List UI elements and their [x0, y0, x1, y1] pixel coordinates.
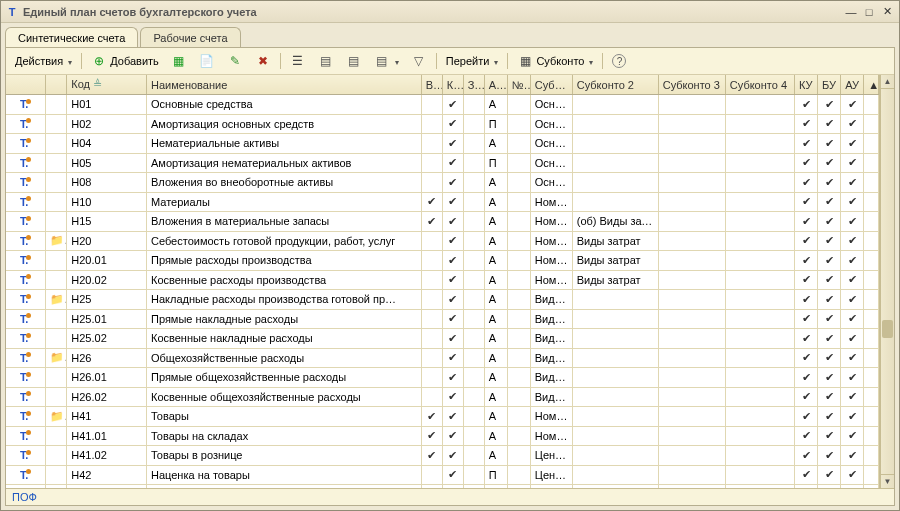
col-z[interactable]: З…	[463, 75, 484, 95]
cell-n	[507, 446, 530, 465]
cell-a: А	[484, 193, 507, 212]
hierarchy-icon: ☰	[290, 53, 306, 69]
cell-sub1: Ном…	[530, 407, 572, 426]
delete-button[interactable]: ✖	[250, 51, 276, 71]
subconto-menu[interactable]: ▦ Субконто	[512, 51, 598, 71]
minimize-button[interactable]: —	[843, 5, 859, 19]
col-sub1[interactable]: Суб…	[530, 75, 572, 95]
col-sub3[interactable]: Субконто 3	[658, 75, 725, 95]
cell-sub2: Виды затрат	[572, 271, 658, 290]
table-row[interactable]: Т.📁Н41Товары✔✔АНом…✔✔✔	[6, 407, 879, 427]
cell-pad	[864, 290, 879, 309]
funnel-button[interactable]: ▽	[406, 51, 432, 71]
table-row[interactable]: Т.Н02Амортизация основных средств✔ПОсн…✔…	[6, 115, 879, 135]
cell-au: ✔	[841, 368, 864, 387]
cell-k: ✔	[442, 193, 463, 212]
table-row[interactable]: Т.Н01Основные средства✔АОсн…✔✔✔	[6, 95, 879, 115]
cell-k: ✔	[442, 115, 463, 134]
cell-ku: ✔	[795, 446, 818, 465]
col-code[interactable]: Код ≜	[67, 75, 147, 95]
cell-z	[463, 154, 484, 173]
cell-ku: ✔	[795, 115, 818, 134]
cell-sub4	[725, 466, 794, 485]
table-row[interactable]: Т.Н42Наценка на товары✔ПЦен…✔✔✔	[6, 466, 879, 486]
table-row[interactable]: Т.Н25.02Косвенные накладные расходы✔АВид…	[6, 329, 879, 349]
row-type-icon: Т.	[6, 95, 46, 114]
edit-button[interactable]: ✎	[222, 51, 248, 71]
cell-sub3	[658, 329, 725, 348]
cell-sub2	[572, 173, 658, 192]
table-row[interactable]: Т.Н08Вложения во внеоборотные активы✔АОс…	[6, 173, 879, 193]
col-name[interactable]: Наименование	[147, 75, 422, 95]
scroll-thumb[interactable]	[882, 320, 893, 338]
col-au[interactable]: АУ	[841, 75, 864, 95]
table-row[interactable]: Т.Н26.01Прямые общехозяйственные расходы…	[6, 368, 879, 388]
cell-k: ✔	[442, 212, 463, 231]
sort-menu[interactable]: ▤	[369, 51, 404, 71]
goto-label: Перейти	[446, 55, 490, 67]
close-button[interactable]: ✕	[879, 5, 895, 19]
vertical-scrollbar[interactable]: ▲ ▼	[880, 75, 894, 488]
cell-sub1: Ном…	[530, 212, 572, 231]
cell-sub2	[572, 466, 658, 485]
cell-au: ✔	[841, 446, 864, 465]
cell-v	[421, 388, 442, 407]
table-row[interactable]: Т.Н20.02Косвенные расходы производства✔А…	[6, 271, 879, 291]
filter-button[interactable]: ▤	[313, 51, 339, 71]
cell-k: ✔	[442, 95, 463, 114]
table-row[interactable]: Т.Н26.02Косвенные общехозяйственные расх…	[6, 388, 879, 408]
table-row[interactable]: Т.📁Н25Накладные расходы производства гот…	[6, 290, 879, 310]
copy-button[interactable]: 📄	[194, 51, 220, 71]
col-k[interactable]: К…	[442, 75, 463, 95]
filter-off-button[interactable]: ▤	[341, 51, 367, 71]
add-button[interactable]: ⊕ Добавить	[86, 51, 164, 71]
cell-name: Прямые накладные расходы	[147, 310, 422, 329]
col-ku[interactable]: КУ	[795, 75, 818, 95]
col-sub4[interactable]: Субконто 4	[725, 75, 794, 95]
help-button[interactable]: ?	[607, 51, 631, 71]
hierarchy-button[interactable]: ☰	[285, 51, 311, 71]
tab-working[interactable]: Рабочие счета	[140, 27, 240, 47]
add-group-button[interactable]: ▦	[166, 51, 192, 71]
col-bu[interactable]: БУ	[818, 75, 841, 95]
cell-a: А	[484, 446, 507, 465]
table-row[interactable]: Т.Н41.01Товары на складах✔✔АНом…✔✔✔	[6, 427, 879, 447]
table-row[interactable]: Т.Н15Вложения в материальные запасы✔✔АНо…	[6, 212, 879, 232]
add-label: Добавить	[110, 55, 159, 67]
scroll-down-button[interactable]: ▼	[881, 474, 894, 488]
cell-sub2	[572, 95, 658, 114]
table-row[interactable]: Т.Н10Материалы✔✔АНом…✔✔✔	[6, 193, 879, 213]
cell-ku: ✔	[795, 310, 818, 329]
goto-menu[interactable]: Перейти	[441, 51, 504, 71]
scroll-up-button[interactable]: ▲	[881, 75, 894, 89]
cell-v	[421, 368, 442, 387]
col-v[interactable]: В…	[421, 75, 442, 95]
col-a[interactable]: А…	[484, 75, 507, 95]
col-icon[interactable]	[6, 75, 46, 95]
cell-bu: ✔	[818, 368, 841, 387]
col-n[interactable]: №…	[507, 75, 530, 95]
actions-menu[interactable]: Действия	[10, 51, 77, 71]
maximize-button[interactable]: □	[861, 5, 877, 19]
col-sub2[interactable]: Субконто 2	[572, 75, 658, 95]
table-row[interactable]: Т.Н04Нематериальные активы✔АОсн…✔✔✔	[6, 134, 879, 154]
table-row[interactable]: Т.Н05Амортизация нематериальных активов✔…	[6, 154, 879, 174]
separator	[507, 53, 508, 69]
col-folder[interactable]	[46, 75, 67, 95]
cell-sub3	[658, 232, 725, 251]
cell-code: Н25.01	[67, 310, 147, 329]
cell-name: Амортизация нематериальных активов	[147, 154, 422, 173]
table-row[interactable]: Т.Н20.01Прямые расходы производства✔АНом…	[6, 251, 879, 271]
row-type-icon: Т.	[6, 154, 46, 173]
table-row[interactable]: Т.📁Н20Себестоимость готовой продукции, р…	[6, 232, 879, 252]
cell-bu: ✔	[818, 407, 841, 426]
table-row[interactable]: Т.Н41.02Товары в рознице✔✔АЦен…✔✔✔	[6, 446, 879, 466]
scroll-track[interactable]	[881, 89, 894, 474]
tab-synthetic[interactable]: Синтетические счета	[5, 27, 138, 47]
table-row[interactable]: Т.Н25.01Прямые накладные расходы✔АВид…✔✔…	[6, 310, 879, 330]
cell-n	[507, 310, 530, 329]
row-folder-icon	[46, 446, 67, 465]
separator	[436, 53, 437, 69]
table-row[interactable]: Т.📁Н26Общехозяйственные расходы✔АВид…✔✔✔	[6, 349, 879, 369]
panel: Действия ⊕ Добавить ▦ 📄 ✎ ✖ ☰ ▤ ▤ ▤ ▽ Пе…	[5, 47, 895, 506]
